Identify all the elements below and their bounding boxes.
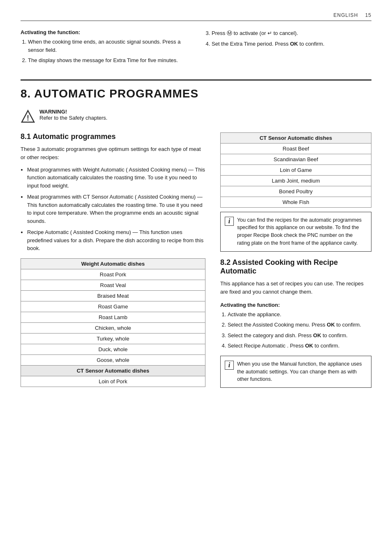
weight-item-1: Roast Pork <box>21 269 205 280</box>
step-8-2-3: Select the category and dish. Press OK t… <box>228 331 371 340</box>
left-step-1: When the cooking time ends, an acoustic … <box>28 38 188 54</box>
ct-section-row: CT Sensor Automatic dishes <box>21 365 205 376</box>
right-column: CT Sensor Automatic dishes Roast Beef Sc… <box>220 132 371 395</box>
section-8-1-intro: These 3 automatic programmes give optimu… <box>21 145 205 162</box>
two-col-layout: 8.1 Automatic programmes These 3 automat… <box>21 132 371 395</box>
step-8-2-1: Activate the appliance. <box>228 310 371 319</box>
weight-item-5: Roast Lamb <box>21 312 205 322</box>
ct-section-header: CT Sensor Automatic dishes <box>21 365 205 376</box>
chapter-heading: 8. AUTOMATIC PROGRAMMES <box>21 79 371 100</box>
weight-table-header-row: Weight Automatic dishes <box>21 258 205 269</box>
section-8-1-bullets: Meat programmes with Weight Automatic ( … <box>21 166 205 253</box>
warning-text: Refer to the Safety chapters. <box>39 115 107 121</box>
bullet-1: Meat programmes with Weight Automatic ( … <box>27 166 205 190</box>
ct-right-item-6: Whole Fish <box>220 197 371 207</box>
weight-item-2: Roast Veal <box>21 280 205 290</box>
step-8-2-4: Select Recipe Automatic . Press OK to co… <box>228 342 371 350</box>
right-steps-list: Press Ⓜ to activate (or ↵ to cancel). Se… <box>204 29 371 48</box>
page-header-text: ENGLISH 15 <box>334 12 371 18</box>
ct-right-item-3: Loin of Game <box>220 164 371 175</box>
ct-table-header: CT Sensor Automatic dishes <box>220 132 371 143</box>
right-step-3: Press Ⓜ to activate (or ↵ to cancel). <box>212 29 371 37</box>
chapter-number: 8. <box>21 87 31 100</box>
ct-right-item-1: Roast Beef <box>220 143 371 154</box>
info-box-1: i You can find the recipes for the autom… <box>220 212 371 252</box>
ct-auto-table: CT Sensor Automatic dishes Roast Beef Sc… <box>220 132 371 208</box>
info-icon-2: i <box>225 361 234 370</box>
warning-title: WARNING! <box>39 109 107 115</box>
activating-function-section: Activating the function: When the cookin… <box>21 29 371 67</box>
right-step-4: Set the Extra Time period. Press OK to c… <box>212 40 371 48</box>
ct-right-item-5: Boned Poultry <box>220 186 371 197</box>
weight-auto-table: Weight Automatic dishes Roast Pork Roast… <box>21 258 205 387</box>
section-8-2-activating-title: Activating the function: <box>220 302 371 308</box>
warning-box: ! WARNING! Refer to the Safety chapters. <box>21 109 371 124</box>
info-text-2: When you use the Manual function, the ap… <box>237 360 367 383</box>
step-8-2-2: Select the Assisted Cooking menu. Press … <box>228 321 371 329</box>
bullet-2: Meat programmes with CT Sensor Automatic… <box>27 193 205 225</box>
svg-text:!: ! <box>27 114 29 122</box>
activating-right: Press Ⓜ to activate (or ↵ to cancel). Se… <box>204 29 371 67</box>
weight-item-7: Turkey, whole <box>21 333 205 344</box>
ct-right-item-4: Lamb Joint, medium <box>220 175 371 186</box>
info-icon-1: i <box>225 217 234 226</box>
weight-item-6: Chicken, whole <box>21 322 205 333</box>
section-8-2-intro: This appliance has a set of recipes you … <box>220 280 371 296</box>
activating-left: Activating the function: When the cookin… <box>21 29 188 67</box>
section-8-1-title: Automatic programmes <box>32 132 115 141</box>
chapter-title: AUTOMATIC PROGRAMMES <box>34 87 198 100</box>
section-8-1-number: 8.1 <box>21 132 31 141</box>
weight-table-header: Weight Automatic dishes <box>21 258 205 269</box>
section-8-2-title: Assisted Cooking with Recipe Automatic <box>220 258 338 275</box>
weight-item-8: Duck, whole <box>21 344 205 354</box>
weight-item-9: Goose, whole <box>21 354 205 365</box>
section-8-1-heading: 8.1 Automatic programmes <box>21 132 205 141</box>
section-8-2-steps: Activate the appliance. Select the Assis… <box>220 310 371 350</box>
activating-title: Activating the function: <box>21 29 188 35</box>
ct-right-item-2: Scandinavian Beef <box>220 154 371 164</box>
left-step-2: The display shows the message for Extra … <box>28 56 188 65</box>
ct-table-header-row: CT Sensor Automatic dishes <box>220 132 371 143</box>
weight-item-3: Braised Meat <box>21 290 205 301</box>
bullet-3: Recipe Automatic ( Assisted Cooking menu… <box>27 228 205 253</box>
weight-item-4: Roast Game <box>21 301 205 312</box>
left-column: 8.1 Automatic programmes These 3 automat… <box>21 132 205 395</box>
warning-content: WARNING! Refer to the Safety chapters. <box>39 109 107 121</box>
section-8-2-number: 8.2 <box>220 258 231 266</box>
page-header: ENGLISH 15 <box>21 12 371 21</box>
section-8-2-heading: 8.2 Assisted Cooking with Recipe Automat… <box>220 258 371 276</box>
info-text-1: You can find the recipes for the automat… <box>237 216 367 247</box>
ct-item-bottom-1: Loin of Pork <box>21 376 205 387</box>
info-box-2: i When you use the Manual function, the … <box>220 356 371 388</box>
left-steps-list: When the cooking time ends, an acoustic … <box>21 38 188 65</box>
warning-icon: ! <box>21 109 35 124</box>
